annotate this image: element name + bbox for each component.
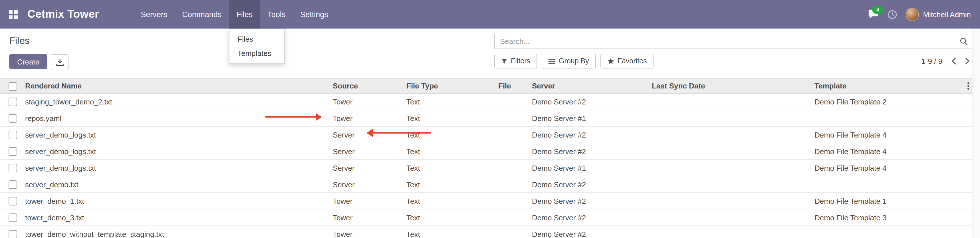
cell-template[interactable] [810,110,963,127]
column-header-rendered-name[interactable]: Rendered Name [21,78,328,93]
cell-template[interactable]: Demo File Template 1 [810,193,963,209]
cell-source[interactable]: Server [328,176,402,193]
cell-server[interactable]: Demo Server #2 [527,226,647,238]
menu-servers[interactable]: Servers [133,0,175,29]
cell-rendered-name[interactable]: tower_demo_1.txt [21,193,328,209]
cell-server[interactable]: Demo Server #2 [527,193,647,209]
cell-template[interactable]: Demo File Template 4 [810,127,963,143]
table-row[interactable]: tower_demo_without_template_staging.txt … [0,226,972,238]
cell-rendered-name[interactable]: server_demo_logs.txt [21,143,328,160]
cell-server[interactable]: Demo Server #2 [527,127,647,143]
column-header-file-type[interactable]: File Type [402,78,494,93]
cell-source[interactable]: Tower [328,110,402,127]
cell-file[interactable] [494,160,527,176]
cell-last-sync-date[interactable] [647,143,810,160]
row-checkbox[interactable] [9,164,17,172]
cell-source[interactable]: Server [328,143,402,160]
optional-columns-icon[interactable] [963,81,972,91]
column-header-template[interactable]: Template [810,78,963,93]
table-row[interactable]: tower_demo_3.txt Tower Text Demo Server … [0,209,972,226]
cell-file[interactable] [494,93,527,110]
row-checkbox[interactable] [9,197,17,205]
cell-rendered-name[interactable]: tower_demo_3.txt [21,209,328,226]
table-row[interactable]: server_demo_logs.txt Server Text Demo Se… [0,143,972,160]
create-button[interactable]: Create [9,54,48,69]
table-row[interactable]: server_demo_logs.txt Server Text Demo Se… [0,127,972,143]
cell-server[interactable]: Demo Server #2 [527,176,647,193]
dropdown-item-templates[interactable]: Templates [229,46,284,60]
cell-last-sync-date[interactable] [647,176,810,193]
cell-template[interactable] [810,226,963,238]
cell-file[interactable] [494,143,527,160]
cell-server[interactable]: Demo Server #1 [527,110,647,127]
cell-server[interactable]: Demo Server #2 [527,209,647,226]
vertical-scrollbar[interactable] [972,29,980,238]
search-icon[interactable] [959,37,968,48]
cell-file-type[interactable]: Text [402,226,494,238]
cell-source[interactable]: Server [328,160,402,176]
cell-last-sync-date[interactable] [647,226,810,238]
cell-template[interactable]: Demo File Template 4 [810,143,963,160]
select-all-checkbox[interactable] [9,82,17,90]
cell-server[interactable]: Demo Server #2 [527,93,647,110]
row-checkbox[interactable] [9,147,17,156]
search-input[interactable] [495,34,972,49]
messages-button[interactable]: 4 [867,9,879,19]
row-checkbox[interactable] [9,98,17,106]
activity-button[interactable] [888,10,897,19]
menu-settings[interactable]: Settings [293,0,336,29]
table-row[interactable]: tower_demo_1.txt Tower Text Demo Server … [0,193,972,209]
cell-source[interactable]: Tower [328,226,402,238]
cell-file[interactable] [494,193,527,209]
cell-rendered-name[interactable]: repos.yaml [21,110,328,127]
menu-files[interactable]: Files Files Templates [229,0,260,29]
cell-template[interactable] [810,176,963,193]
cell-template[interactable]: Demo File Template 4 [810,160,963,176]
cell-last-sync-date[interactable] [647,160,810,176]
pager-previous-button[interactable] [948,57,960,65]
row-checkbox[interactable] [9,131,17,139]
table-row[interactable]: server_demo_logs.txt Server Text Demo Se… [0,160,972,176]
row-checkbox[interactable] [9,114,17,123]
user-menu[interactable]: Mitchell Admin [906,8,971,21]
cell-server[interactable]: Demo Server #1 [527,160,647,176]
row-checkbox[interactable] [9,230,17,238]
menu-tools[interactable]: Tools [260,0,293,29]
cell-rendered-name[interactable]: server_demo_logs.txt [21,160,328,176]
table-row[interactable]: repos.yaml Tower Text Demo Server #1 [0,110,972,127]
column-header-source[interactable]: Source [328,78,402,93]
cell-last-sync-date[interactable] [647,193,810,209]
pager-next-button[interactable] [961,57,973,65]
cell-file-type[interactable]: Text [402,143,494,160]
cell-template[interactable]: Demo File Template 2 [810,93,963,110]
cell-last-sync-date[interactable] [647,93,810,110]
export-button[interactable] [51,54,68,70]
cell-source[interactable]: Tower [328,209,402,226]
group-by-button[interactable]: Group By [542,54,596,68]
cell-rendered-name[interactable]: server_demo_logs.txt [21,127,328,143]
table-row[interactable]: server_demo.txt Server Text Demo Server … [0,176,972,193]
favorites-button[interactable]: Favorites [600,54,654,68]
cell-server[interactable]: Demo Server #2 [527,143,647,160]
cell-file[interactable] [494,110,527,127]
cell-rendered-name[interactable]: tower_demo_without_template_staging.txt [21,226,328,238]
cell-file[interactable] [494,127,527,143]
column-header-server[interactable]: Server [527,78,647,93]
row-checkbox[interactable] [9,180,17,189]
apps-menu-button[interactable] [0,0,26,29]
cell-template[interactable]: Demo File Template 3 [810,209,963,226]
cell-file[interactable] [494,209,527,226]
cell-file[interactable] [494,226,527,238]
cell-file-type[interactable]: Text [402,193,494,209]
cell-source[interactable]: Tower [328,93,402,110]
filters-button[interactable]: Filters [494,54,537,68]
cell-file-type[interactable]: Text [402,110,494,127]
cell-rendered-name[interactable]: staging_tower_demo_2.txt [21,93,328,110]
cell-file-type[interactable]: Text [402,176,494,193]
cell-file-type[interactable]: Text [402,209,494,226]
row-checkbox[interactable] [9,213,17,222]
column-header-file[interactable]: File [494,78,527,93]
cell-source[interactable]: Tower [328,193,402,209]
table-row[interactable]: staging_tower_demo_2.txt Tower Text Demo… [0,93,972,110]
cell-file-type[interactable]: Text [402,160,494,176]
